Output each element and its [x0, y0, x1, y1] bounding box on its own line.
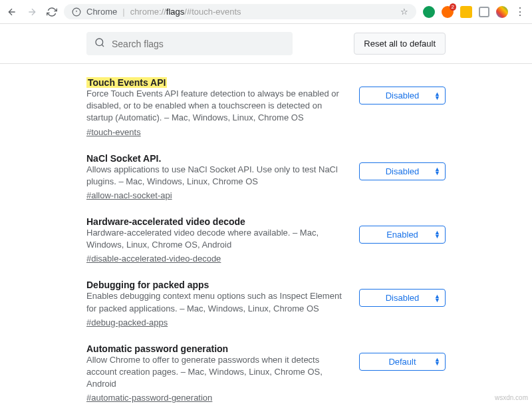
- search-box[interactable]: [86, 32, 293, 55]
- flags-list: Touch Events APIForce Touch Events API f…: [0, 64, 532, 404]
- back-icon[interactable]: [7, 7, 17, 17]
- search-icon: [94, 37, 105, 50]
- reset-all-button[interactable]: Reset all to default: [354, 33, 446, 55]
- flag-select[interactable]: Enabled: [359, 226, 446, 244]
- flag-anchor-link[interactable]: #debug-packed-apps: [86, 317, 168, 327]
- flag-title: Automatic password generation: [86, 343, 228, 354]
- menu-icon[interactable]: ⋮: [515, 5, 525, 18]
- flag-title: Hardware-accelerated video decode: [86, 216, 245, 227]
- address-bar[interactable]: Chrome | chrome://flags/#touch-events ☆: [64, 4, 416, 19]
- reload-icon[interactable]: [47, 7, 57, 17]
- flag-row: NaCl Socket API.Allows applications to u…: [86, 153, 446, 200]
- svg-point-3: [96, 39, 103, 46]
- flag-description: Allows applications to use NaCl Socket A…: [86, 164, 346, 188]
- flag-title: Debugging for packed apps: [86, 280, 209, 290]
- flag-row: Debugging for packed appsEnables debuggi…: [86, 280, 446, 327]
- watermark: wsxdn.com: [495, 394, 528, 401]
- svg-line-4: [102, 45, 104, 47]
- extension-icon[interactable]: [460, 6, 472, 18]
- flags-header: Reset all to default: [0, 24, 532, 64]
- flag-row: Automatic password generationAllow Chrom…: [86, 343, 446, 403]
- flag-select[interactable]: Disabled: [359, 162, 446, 180]
- flag-description: Force Touch Events API feature detection…: [86, 88, 346, 124]
- nav-buttons: [7, 7, 57, 17]
- flag-anchor-link[interactable]: #disable-accelerated-video-decode: [86, 254, 221, 264]
- profile-avatar-icon[interactable]: [496, 6, 508, 18]
- extension-icon[interactable]: [479, 7, 489, 17]
- flag-row: Hardware-accelerated video decodeHardwar…: [86, 216, 446, 264]
- flag-title: NaCl Socket API.: [86, 153, 161, 164]
- extension-icons: ⋮: [423, 5, 525, 18]
- forward-icon[interactable]: [27, 7, 37, 17]
- flag-anchor-link[interactable]: #allow-nacl-socket-api: [86, 190, 172, 200]
- flag-description: Allow Chrome to offer to generate passwo…: [86, 354, 346, 391]
- browser-toolbar: Chrome | chrome://flags/#touch-events ☆ …: [0, 0, 532, 24]
- flag-title: Touch Events API: [86, 77, 167, 88]
- flag-description: Enables debugging context menu options s…: [86, 290, 346, 314]
- site-info-icon[interactable]: [72, 7, 81, 17]
- extension-icon[interactable]: [423, 6, 435, 18]
- flag-select[interactable]: Default: [359, 353, 446, 371]
- flag-description: Hardware-accelerated video decode where …: [86, 227, 346, 251]
- flag-anchor-link[interactable]: #automatic-password-generation: [86, 393, 212, 403]
- flag-row: Touch Events APIForce Touch Events API f…: [86, 77, 446, 137]
- search-input[interactable]: [112, 39, 285, 49]
- flag-select[interactable]: Disabled: [359, 87, 446, 104]
- address-url: chrome://flags/#touch-events: [130, 7, 241, 17]
- extension-icon[interactable]: [442, 6, 454, 18]
- bookmark-star-icon[interactable]: ☆: [400, 7, 408, 17]
- flag-anchor-link[interactable]: #touch-events: [86, 127, 141, 137]
- flag-select[interactable]: Disabled: [359, 289, 446, 307]
- address-label: Chrome: [86, 7, 117, 17]
